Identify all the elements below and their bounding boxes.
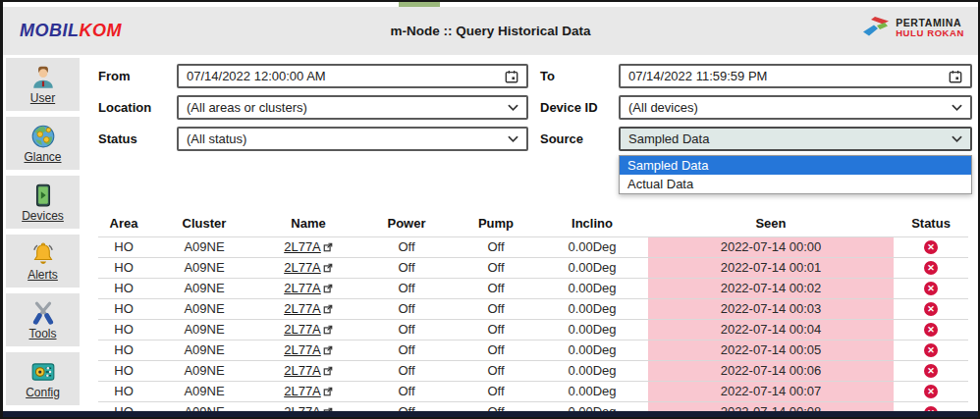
status-error-icon	[924, 343, 938, 357]
sidebar-item-user[interactable]: User	[6, 58, 80, 111]
sidebar-item-devices[interactable]: Devices	[6, 176, 80, 229]
cell-area: HO	[98, 381, 149, 401]
device-link-label: 2L77A	[284, 322, 321, 337]
table-row: HO A09NE 2L77A Off Off 0.00Deg 2022-07-1…	[98, 236, 968, 257]
device-link-label: 2L77A	[284, 281, 321, 295]
table-header-row: Area Cluster Name Power Pump Inclino See…	[98, 210, 968, 236]
cell-power: Off	[357, 340, 456, 360]
status-label: Status	[98, 131, 177, 146]
cell-cluster: A09NE	[149, 381, 259, 401]
cell-name: 2L77A	[259, 381, 357, 401]
table-row: HO A09NE 2L77A Off Off 0.00Deg 2022-07-1…	[98, 340, 968, 360]
form-row-1: From 07/14/2022 12:00:00 AM To 07/14/202…	[98, 64, 972, 88]
cell-name: 2L77A	[259, 236, 357, 257]
device-icon	[30, 183, 56, 208]
cell-power: Off	[357, 257, 456, 278]
calendar-icon[interactable]	[949, 70, 962, 83]
cell-power: Off	[357, 360, 456, 381]
col-header-status: Status	[894, 210, 968, 236]
device-link-label: 2L77A	[284, 363, 321, 378]
device-id-label: Device ID	[540, 100, 619, 115]
col-header-pump: Pump	[456, 210, 536, 236]
cell-cluster: A09NE	[149, 257, 259, 278]
device-link[interactable]: 2L77A	[284, 239, 333, 254]
table-row: HO A09NE 2L77A Off Off 0.00Deg 2022-07-1…	[98, 298, 968, 319]
cell-seen: 2022-07-14 00:01	[648, 257, 894, 278]
results-table: Area Cluster Name Power Pump Inclino See…	[98, 210, 968, 419]
device-link[interactable]: 2L77A	[284, 322, 333, 337]
col-header-cluster: Cluster	[149, 210, 259, 236]
footer-bar	[3, 411, 978, 417]
cell-cluster: A09NE	[149, 319, 259, 340]
device-link-label: 2L77A	[284, 384, 321, 398]
sidebar-nav: User Glance Devi	[6, 58, 80, 405]
cell-power: Off	[357, 298, 456, 319]
device-link[interactable]: 2L77A	[284, 301, 333, 316]
sidebar-item-config[interactable]: Config	[6, 352, 80, 405]
table-row: HO A09NE 2L77A Off Off 0.00Deg 2022-07-1…	[98, 360, 968, 381]
location-value: (All areas or clusters)	[187, 100, 307, 115]
cell-pump: Off	[456, 360, 536, 381]
cell-seen: 2022-07-14 00:02	[648, 278, 894, 298]
external-link-icon	[323, 325, 333, 335]
device-id-select[interactable]: (All devices)	[619, 95, 972, 120]
device-link[interactable]: 2L77A	[284, 384, 333, 398]
cell-power: Off	[357, 236, 456, 257]
external-link-icon	[323, 387, 333, 396]
device-link[interactable]: 2L77A	[284, 363, 333, 378]
cell-status	[894, 298, 968, 319]
status-error-icon	[924, 302, 938, 316]
cell-name: 2L77A	[259, 340, 357, 360]
cell-pump: Off	[456, 319, 536, 340]
sidebar-item-label: Config	[26, 386, 60, 399]
cell-pump: Off	[456, 257, 536, 278]
user-icon	[30, 65, 56, 90]
cell-seen: 2022-07-14 00:06	[648, 360, 894, 381]
sidebar-item-label: Devices	[22, 209, 64, 223]
cell-status	[894, 340, 968, 360]
status-error-icon	[924, 282, 938, 295]
calendar-icon[interactable]	[505, 70, 518, 83]
external-link-icon	[323, 304, 333, 314]
cell-inclino: 0.00Deg	[536, 298, 648, 319]
status-value: (All status)	[187, 131, 246, 146]
bell-icon	[30, 241, 56, 267]
cell-area: HO	[98, 298, 149, 319]
pertamina-arrow-icon	[861, 16, 891, 39]
page-title: m-Node :: Query Historical Data	[3, 24, 978, 38]
device-link-label: 2L77A	[284, 342, 321, 357]
sidebar-item-tools[interactable]: Tools	[6, 293, 80, 346]
cell-area: HO	[98, 319, 149, 340]
device-link[interactable]: 2L77A	[284, 281, 333, 295]
table-row: HO A09NE 2L77A Off Off 0.00Deg 2022-07-1…	[98, 278, 968, 298]
cell-inclino: 0.00Deg	[536, 236, 648, 257]
app-header: MOBILKOM m-Node :: Query Historical Data…	[3, 7, 978, 55]
cell-cluster: A09NE	[149, 340, 259, 360]
cell-seen: 2022-07-14 00:03	[648, 298, 894, 319]
device-link[interactable]: 2L77A	[284, 342, 333, 357]
table-row: HO A09NE 2L77A Off Off 0.00Deg 2022-07-1…	[98, 381, 968, 401]
source-option-actual-data[interactable]: Actual Data	[620, 175, 971, 193]
source-select[interactable]: Sampled Data	[619, 127, 972, 151]
brand-unit: HULU ROKAN	[896, 28, 964, 39]
from-datetime-input[interactable]: 07/14/2022 12:00:00 AM	[177, 64, 528, 88]
cell-name: 2L77A	[259, 319, 357, 340]
cell-name: 2L77A	[259, 360, 357, 381]
sidebar-item-glance[interactable]: Glance	[6, 117, 80, 170]
cell-inclino: 0.00Deg	[536, 278, 648, 298]
device-link-label: 2L77A	[284, 260, 321, 275]
location-select[interactable]: (All areas or clusters)	[177, 95, 528, 120]
sidebar-item-alerts[interactable]: Alerts	[6, 235, 80, 288]
status-error-icon	[924, 261, 938, 275]
source-option-sampled-data[interactable]: Sampled Data	[620, 156, 971, 175]
cell-area: HO	[98, 257, 149, 278]
status-select[interactable]: (All status)	[177, 127, 528, 151]
col-header-seen: Seen	[648, 210, 894, 236]
status-error-icon	[924, 240, 938, 254]
cell-seen: 2022-07-14 00:05	[648, 340, 894, 360]
to-datetime-input[interactable]: 07/14/2022 11:59:59 PM	[619, 64, 972, 88]
cell-inclino: 0.00Deg	[536, 340, 648, 360]
device-link[interactable]: 2L77A	[284, 260, 333, 275]
query-form: From 07/14/2022 12:00:00 AM To 07/14/202…	[98, 64, 972, 158]
brand-name: PERTAMINA	[896, 17, 964, 28]
